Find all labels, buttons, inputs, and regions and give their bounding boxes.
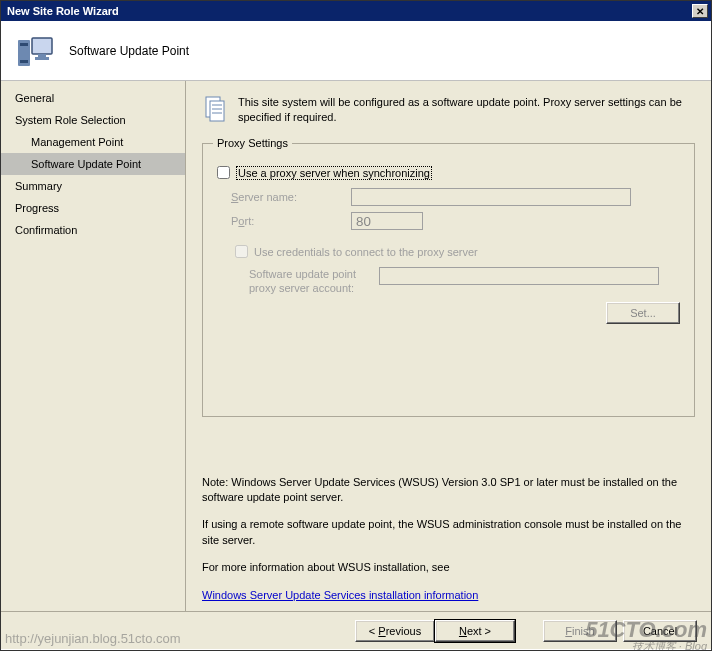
note-2: If using a remote software update point,…: [202, 517, 695, 548]
finish-button[interactable]: FinishFinish: [543, 620, 617, 642]
wizard-sidebar: General System Role Selection Management…: [1, 81, 186, 611]
svg-rect-4: [38, 54, 46, 57]
sidebar-item-confirmation[interactable]: Confirmation: [1, 219, 185, 241]
close-button[interactable]: ✕: [692, 4, 708, 18]
use-proxy-checkbox[interactable]: [217, 166, 230, 179]
sidebar-item-software-update-point[interactable]: Software Update Point: [1, 153, 185, 175]
server-name-label: Server name:: [231, 191, 351, 203]
server-icon: [15, 30, 55, 72]
svg-rect-2: [20, 60, 28, 63]
sidebar-item-summary[interactable]: Summary: [1, 175, 185, 197]
wizard-content: This site system will be configured as a…: [186, 81, 711, 611]
proxy-settings-group: Proxy Settings Use a proxy server when s…: [202, 137, 695, 417]
svg-rect-7: [210, 101, 224, 121]
svg-rect-5: [35, 57, 49, 60]
sidebar-item-general[interactable]: General: [1, 87, 185, 109]
wizard-header: Software Update Point: [1, 21, 711, 81]
port-input[interactable]: [351, 212, 423, 230]
use-credentials-checkbox[interactable]: [235, 245, 248, 258]
proxy-account-input[interactable]: [379, 267, 659, 285]
svg-rect-1: [20, 43, 28, 46]
sidebar-item-progress[interactable]: Progress: [1, 197, 185, 219]
window-title: New Site Role Wizard: [7, 5, 692, 17]
note-3: For more information about WSUS installa…: [202, 560, 695, 575]
info-icon: [202, 95, 228, 127]
previous-button[interactable]: < PPreviousrevious: [355, 620, 435, 642]
set-button[interactable]: Set...: [606, 302, 680, 324]
proxy-legend: Proxy Settings: [213, 137, 292, 149]
cancel-button[interactable]: Cancel: [623, 620, 697, 642]
note-1: Note: Windows Server Update Services (WS…: [202, 475, 695, 506]
wizard-footer: < PPreviousrevious Next >Next FinishFini…: [1, 611, 711, 649]
titlebar: New Site Role Wizard ✕: [1, 1, 711, 21]
server-name-input[interactable]: [351, 188, 631, 206]
svg-rect-3: [32, 38, 52, 54]
notes-section: Note: Windows Server Update Services (WS…: [202, 465, 695, 603]
proxy-account-label: Software update point proxy server accou…: [249, 267, 379, 296]
port-label: Port:: [231, 215, 351, 227]
use-proxy-label[interactable]: Use a proxy server when synchronizing: [236, 166, 432, 180]
page-title: Software Update Point: [69, 44, 189, 58]
use-credentials-label: Use credentials to connect to the proxy …: [254, 246, 478, 258]
wsus-link[interactable]: Windows Server Update Services installat…: [202, 589, 478, 601]
next-button[interactable]: Next >Next: [435, 620, 515, 642]
sidebar-item-management-point[interactable]: Management Point: [1, 131, 185, 153]
sidebar-item-system-role-selection[interactable]: System Role Selection: [1, 109, 185, 131]
info-text: This site system will be configured as a…: [238, 95, 695, 127]
